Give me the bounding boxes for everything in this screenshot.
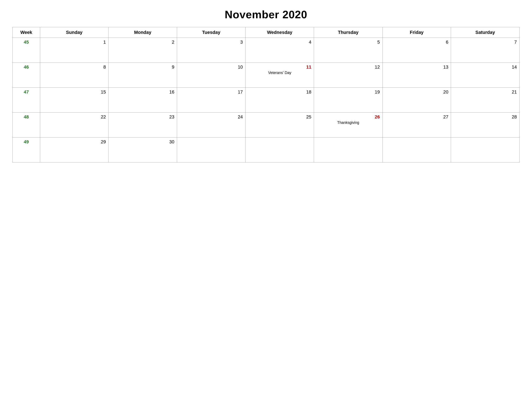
day-cell: 29: [40, 138, 108, 162]
day-number: 28: [454, 114, 517, 120]
day-number: 14: [454, 64, 517, 70]
day-cell: 11Veterans' Day: [246, 63, 314, 88]
day-number: 10: [180, 64, 243, 70]
day-number: 19: [316, 89, 380, 95]
day-cell: 17: [177, 88, 246, 113]
day-number: 1: [43, 39, 106, 45]
week-row: 451234567: [13, 38, 520, 63]
header-thursday: Thursday: [314, 27, 383, 38]
calendar-table: WeekSundayMondayTuesdayWednesdayThursday…: [12, 27, 520, 162]
day-cell: 27: [382, 113, 451, 138]
holiday-name: Thanksgiving: [316, 121, 380, 125]
day-number: 13: [385, 64, 448, 70]
holiday-name: Veterans' Day: [248, 71, 312, 75]
day-cell: 30: [108, 138, 177, 162]
week-number: 49: [13, 138, 40, 162]
calendar-title: November 2020: [225, 8, 307, 21]
day-cell: 6: [382, 38, 451, 63]
header-monday: Monday: [108, 27, 177, 38]
header-saturday: Saturday: [451, 27, 520, 38]
day-cell: 23: [108, 113, 177, 138]
week-number: 45: [13, 38, 40, 63]
day-number: 12: [316, 64, 380, 70]
day-cell: 28: [451, 113, 520, 138]
day-cell: 21: [451, 88, 520, 113]
day-cell: 8: [40, 63, 108, 88]
header-sunday: Sunday: [40, 27, 108, 38]
day-number: 18: [248, 89, 312, 95]
day-cell: 2: [108, 38, 177, 63]
day-number: 6: [385, 39, 448, 45]
day-cell: 24: [177, 113, 246, 138]
week-number: 47: [13, 88, 40, 113]
header-row: WeekSundayMondayTuesdayWednesdayThursday…: [13, 27, 520, 38]
day-number: 16: [111, 89, 174, 95]
day-cell: [314, 138, 383, 162]
week-row: 492930: [13, 138, 520, 162]
day-number: 23: [111, 114, 174, 120]
day-number: 26: [316, 114, 380, 120]
day-number: 8: [43, 64, 106, 70]
day-cell: 13: [382, 63, 451, 88]
week-number: 46: [13, 63, 40, 88]
day-cell: 19: [314, 88, 383, 113]
day-number: 9: [111, 64, 174, 70]
day-cell: 5: [314, 38, 383, 63]
day-cell: 12: [314, 63, 383, 88]
day-number: 4: [248, 39, 312, 45]
day-cell: 22: [40, 113, 108, 138]
day-cell: 10: [177, 63, 246, 88]
header-friday: Friday: [382, 27, 451, 38]
day-cell: 14: [451, 63, 520, 88]
day-number: 5: [316, 39, 380, 45]
calendar-body: 45123456746891011Veterans' Day1213144715…: [13, 38, 520, 162]
day-number: 2: [111, 39, 174, 45]
day-cell: [451, 138, 520, 162]
day-cell: 4: [246, 38, 314, 63]
calendar-header: WeekSundayMondayTuesdayWednesdayThursday…: [13, 27, 520, 38]
week-row: 46891011Veterans' Day121314: [13, 63, 520, 88]
day-number: 20: [385, 89, 448, 95]
day-cell: 7: [451, 38, 520, 63]
day-cell: [177, 138, 246, 162]
day-cell: 20: [382, 88, 451, 113]
day-number: 11: [248, 64, 312, 70]
day-number: 7: [454, 39, 517, 45]
day-number: 3: [180, 39, 243, 45]
header-tuesday: Tuesday: [177, 27, 246, 38]
day-cell: [382, 138, 451, 162]
week-row: 482223242526Thanksgiving2728: [13, 113, 520, 138]
day-cell: 15: [40, 88, 108, 113]
day-cell: [246, 138, 314, 162]
day-number: 17: [180, 89, 243, 95]
header-wednesday: Wednesday: [246, 27, 314, 38]
day-number: 22: [43, 114, 106, 120]
day-cell: 3: [177, 38, 246, 63]
day-number: 15: [43, 89, 106, 95]
day-number: 21: [454, 89, 517, 95]
day-cell: 26Thanksgiving: [314, 113, 383, 138]
day-cell: 1: [40, 38, 108, 63]
day-cell: 16: [108, 88, 177, 113]
week-row: 4715161718192021: [13, 88, 520, 113]
header-week: Week: [13, 27, 40, 38]
day-cell: 9: [108, 63, 177, 88]
week-number: 48: [13, 113, 40, 138]
day-number: 25: [248, 114, 312, 120]
day-cell: 18: [246, 88, 314, 113]
day-number: 27: [385, 114, 448, 120]
day-number: 30: [111, 139, 174, 145]
day-cell: 25: [246, 113, 314, 138]
day-number: 24: [180, 114, 243, 120]
day-number: 29: [43, 139, 106, 145]
